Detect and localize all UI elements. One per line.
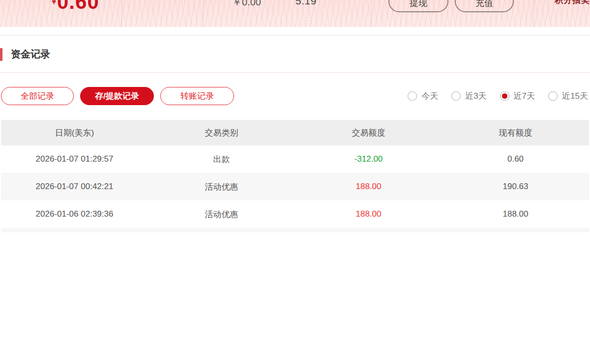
column-header-amount: 交易额度 xyxy=(295,127,442,139)
secondary-balance-value: ￥0.00 xyxy=(232,0,261,9)
band-divider xyxy=(371,0,372,27)
cell-date: 2026-01-07 01:29:57 xyxy=(1,154,148,164)
cell-type: 出款 xyxy=(148,154,295,165)
fund-records-table: 日期(美东) 交易类别 交易额度 现有额度 2026-01-07 01:29:5… xyxy=(1,120,589,232)
table-header-row: 日期(美东) 交易类别 交易额度 现有额度 xyxy=(1,120,589,145)
cell-amount: 188.00 xyxy=(295,209,442,219)
table-tail-stripe xyxy=(1,228,589,232)
radio-last-3-days[interactable]: 近3天 xyxy=(451,90,486,102)
cell-amount: -312.00 xyxy=(295,154,442,164)
cell-balance: 190.63 xyxy=(442,182,589,192)
radio-last-15-days[interactable]: 近15天 xyxy=(548,90,588,102)
table-row: 2026-01-06 02:39:36 活动优惠 188.00 188.00 xyxy=(1,200,589,228)
withdraw-button[interactable]: 提现 xyxy=(388,0,448,12)
column-header-date: 日期(美东) xyxy=(1,127,148,139)
band-divider xyxy=(203,0,204,27)
radio-circle-icon[interactable] xyxy=(548,91,558,101)
section-accent-bar xyxy=(0,48,2,61)
page-title: 资金记录 xyxy=(11,48,50,61)
radio-selected-icon[interactable] xyxy=(500,91,509,101)
cell-type: 活动优惠 xyxy=(148,209,295,220)
column-header-type: 交易类别 xyxy=(148,127,295,139)
page-divider xyxy=(0,35,590,35)
radio-last-7-days[interactable]: 近7天 xyxy=(500,90,535,102)
cell-balance: 188.00 xyxy=(442,209,589,219)
cell-date: 2026-01-06 02:39:36 xyxy=(1,209,148,219)
wallet-summary-band: ￥ 0.60 ￥0.00 5.19 提现 充值 积分抽奖 xyxy=(0,0,590,27)
cell-date: 2026-01-07 00:42:21 xyxy=(1,182,148,192)
radio-circle-icon[interactable] xyxy=(408,91,417,101)
currency-symbol: ￥ xyxy=(50,0,58,6)
filter-row: 全部记录 存/提款记录 转账记录 今天 近3天 近7天 近15天 xyxy=(0,87,590,105)
corner-link[interactable]: 积分抽奖 xyxy=(555,0,590,6)
tab-deposit-withdraw-records[interactable]: 存/提款记录 xyxy=(80,87,154,105)
column-header-balance: 现有额度 xyxy=(442,127,589,139)
band-divider xyxy=(121,0,122,27)
cell-type: 活动优惠 xyxy=(148,181,295,193)
table-row: 2026-01-07 00:42:21 活动优惠 188.00 190.63 xyxy=(1,173,589,200)
cell-amount: 188.00 xyxy=(295,182,442,192)
band-divider xyxy=(533,0,534,27)
radio-today[interactable]: 今天 xyxy=(408,90,438,102)
section-divider xyxy=(0,72,590,73)
main-balance-value: 0.60 xyxy=(57,0,99,14)
points-value: 5.19 xyxy=(295,0,317,7)
cell-balance: 0.60 xyxy=(442,154,589,164)
date-range-radio-group: 今天 近3天 近7天 近15天 xyxy=(408,90,588,102)
table-row: 2026-01-07 01:29:57 出款 -312.00 0.60 xyxy=(1,145,589,173)
radio-circle-icon[interactable] xyxy=(451,91,461,101)
tab-all-records[interactable]: 全部记录 xyxy=(1,87,74,105)
tab-transfer-records[interactable]: 转账记录 xyxy=(160,87,234,105)
section-header: 资金记录 xyxy=(0,48,590,61)
record-type-tabs: 全部记录 存/提款记录 转账记录 xyxy=(1,87,234,105)
recharge-button[interactable]: 充值 xyxy=(455,0,514,12)
